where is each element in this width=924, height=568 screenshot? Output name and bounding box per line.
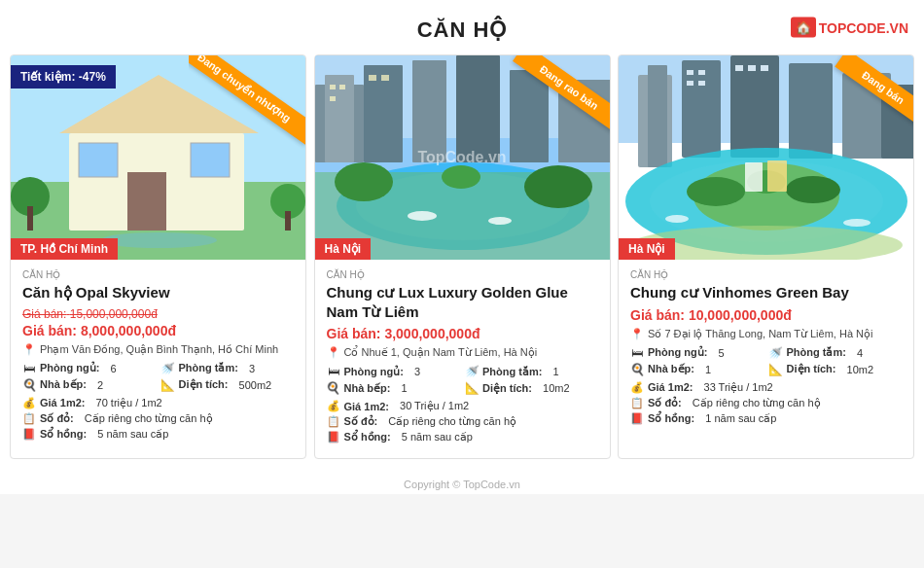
copyright-bar: Copyright © TopCode.vn xyxy=(0,475,924,494)
svg-rect-17 xyxy=(412,60,446,162)
property-card-1[interactable]: Tiết kiệm: -47% Đang chuyển nhượng TP. H… xyxy=(10,54,306,459)
card-body-1: CĂN HỘ Căn hộ Opal Skyview Giá bán: 15,0… xyxy=(11,260,305,455)
price-new-2: Giá bán: 3,000,000,000đ xyxy=(327,326,598,341)
location-badge-2: Hà Nội xyxy=(315,238,372,260)
svg-rect-55 xyxy=(745,162,763,192)
svg-point-29 xyxy=(335,162,393,201)
svg-rect-21 xyxy=(330,85,336,89)
bed-icon-2: 🛏 xyxy=(327,365,340,378)
property-card-3[interactable]: Đang bán Hà Nội CĂN HỘ Chung cư Vinhomes… xyxy=(618,54,914,459)
book-icon-3: 📕 xyxy=(630,412,644,425)
coin-icon-1: 💰 xyxy=(22,397,36,409)
address-icon-3: 📍 xyxy=(630,328,644,340)
price-m2-row-2: 💰 Giá 1m2: 30 Triệu / 1m2 xyxy=(327,400,598,412)
card-body-2: CĂN HỘ Chung cư Lux Luxury Golden Glue N… xyxy=(315,260,610,458)
svg-rect-41 xyxy=(881,85,913,159)
svg-rect-10 xyxy=(285,211,291,231)
svg-rect-47 xyxy=(748,65,756,71)
svg-point-58 xyxy=(843,219,871,227)
address-icon-1: 📍 xyxy=(22,343,36,356)
spec-bathroom-1: 🚿 Phòng tắm: 3 xyxy=(161,362,295,375)
bath-icon-1: 🚿 xyxy=(161,362,175,375)
kitchen-icon-3: 🍳 xyxy=(630,363,644,376)
address-icon-2: 📍 xyxy=(327,346,340,359)
so-do-row-1: 📋 Số đỏ: Cấp riêng cho từng căn hộ xyxy=(22,412,294,425)
kitchen-icon-2: 🍳 xyxy=(327,381,340,395)
spec-kitchen-1: 🍳 Nhà bếp: 2 xyxy=(22,378,156,392)
svg-point-53 xyxy=(786,176,840,203)
svg-rect-43 xyxy=(698,70,705,75)
property-card-2[interactable]: Đang rao bán Hà Nội TopCode.vn CĂN HỘ Ch… xyxy=(314,54,611,459)
svg-point-30 xyxy=(524,165,592,208)
svg-rect-5 xyxy=(79,143,118,177)
page-title: CĂN HỘ xyxy=(0,18,924,43)
spec-area-1: 📐 Diện tích: 500m2 xyxy=(161,378,295,392)
so-hong-row-1: 📕 Sổ hồng: 5 năm sau cấp xyxy=(22,428,294,441)
spec-bedroom-1: 🛏 Phòng ngủ: 6 xyxy=(22,362,156,375)
coin-icon-2: 💰 xyxy=(327,400,340,412)
svg-rect-56 xyxy=(767,160,787,192)
specs-grid-2: 🛏 Phòng ngủ: 3 🚿 Phòng tắm: 1 🍳 Nhà bếp:… xyxy=(327,365,598,395)
address-row-1: 📍 Phạm Văn Đồng, Quận Bình Thạnh, Hồ Chí… xyxy=(22,343,294,356)
address-row-2: 📍 Cổ Nhuế 1, Quận Nam Từ Liêm, Hà Nội xyxy=(327,346,598,359)
svg-point-31 xyxy=(442,165,480,189)
location-badge-1: TP. Hồ Chí Minh xyxy=(11,238,118,260)
doc-icon-2: 📋 xyxy=(327,415,340,428)
card-image-3 xyxy=(619,55,913,260)
card-image-wrapper-2: Đang rao bán Hà Nội TopCode.vn xyxy=(315,55,610,260)
logo-icon: 🏠 xyxy=(791,18,816,38)
card-category-2: CĂN HỘ xyxy=(327,269,598,280)
bath-icon-2: 🚿 xyxy=(465,365,479,378)
svg-rect-22 xyxy=(339,85,345,89)
so-do-row-3: 📋 Số đỏ: Cấp riêng cho từng căn hộ xyxy=(630,397,902,409)
spec-kitchen-2: 🍳 Nhà bếp: 1 xyxy=(327,381,460,395)
card-title-2: Chung cư Lux Luxury Golden Glue Nam Từ L… xyxy=(327,283,598,321)
svg-rect-39 xyxy=(789,63,833,159)
logo-text: TOPCODE.VN xyxy=(819,19,908,35)
card-image-2 xyxy=(315,55,610,260)
area-icon-2: 📐 xyxy=(465,381,479,395)
bath-icon-3: 🚿 xyxy=(769,346,783,360)
kitchen-icon-1: 🍳 xyxy=(22,378,36,392)
area-icon-3: 📐 xyxy=(769,363,783,376)
specs-grid-3: 🛏 Phòng ngủ: 5 🚿 Phòng tắm: 4 🍳 Nhà bếp:… xyxy=(630,346,902,376)
address-row-3: 📍 Số 7 Đại lộ Thăng Long, Nam Từ Liêm, H… xyxy=(630,328,902,340)
svg-rect-36 xyxy=(648,65,667,167)
svg-rect-42 xyxy=(687,70,693,75)
price-new-3: Giá bán: 10,000,000,000đ xyxy=(630,307,902,323)
svg-rect-4 xyxy=(127,172,166,231)
svg-point-52 xyxy=(687,177,745,206)
svg-rect-18 xyxy=(456,55,500,162)
spec-kitchen-3: 🍳 Nhà bếp: 1 xyxy=(630,363,764,376)
book-icon-1: 📕 xyxy=(22,428,36,441)
spec-bathroom-2: 🚿 Phòng tắm: 1 xyxy=(465,365,598,378)
location-badge-3: Hà Nội xyxy=(619,238,675,260)
card-image-wrapper-3: Đang bán Hà Nội xyxy=(619,55,913,260)
bed-icon-1: 🛏 xyxy=(22,362,36,375)
price-old-1: Giá bán: 15,000,000,000đ xyxy=(22,307,294,321)
svg-rect-48 xyxy=(761,65,768,71)
coin-icon-3: 💰 xyxy=(630,381,644,394)
svg-rect-25 xyxy=(381,75,389,81)
svg-point-57 xyxy=(665,215,689,223)
svg-rect-24 xyxy=(369,75,376,81)
area-icon-1: 📐 xyxy=(161,378,175,392)
svg-point-32 xyxy=(408,211,437,221)
so-hong-row-3: 📕 Sổ hồng: 1 năm sau cấp xyxy=(630,412,902,425)
header: CĂN HỘ 🏠 TOPCODE.VN xyxy=(0,0,924,54)
price-m2-row-3: 💰 Giá 1m2: 33 Triệu / 1m2 xyxy=(630,381,902,394)
price-m2-row-1: 💰 Giá 1m2: 70 triệu / 1m2 xyxy=(22,397,294,409)
svg-rect-8 xyxy=(27,206,33,231)
specs-grid-1: 🛏 Phòng ngủ: 6 🚿 Phòng tắm: 3 🍳 Nhà bếp:… xyxy=(22,362,294,392)
bed-icon-3: 🛏 xyxy=(630,346,644,360)
svg-rect-45 xyxy=(698,81,705,86)
svg-rect-23 xyxy=(330,96,336,101)
svg-point-33 xyxy=(488,217,512,225)
spec-area-2: 📐 Diện tích: 10m2 xyxy=(465,381,598,395)
card-category-3: CĂN HỘ xyxy=(630,269,902,280)
svg-rect-19 xyxy=(510,70,549,162)
spec-bedroom-3: 🛏 Phòng ngủ: 5 xyxy=(630,346,764,360)
card-category-1: CĂN HỘ xyxy=(22,269,294,280)
savings-badge-1: Tiết kiệm: -47% xyxy=(11,65,116,89)
book-icon-2: 📕 xyxy=(327,431,340,444)
